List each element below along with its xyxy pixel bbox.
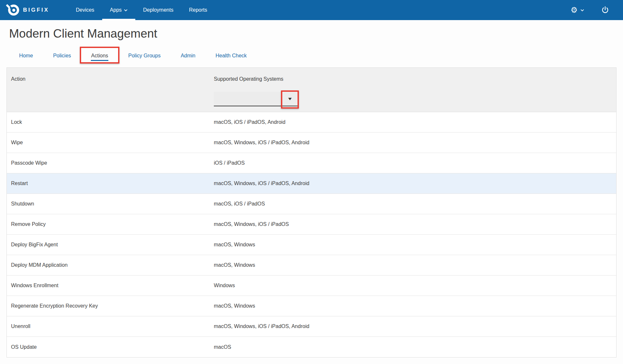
action-cell: Lock <box>7 119 214 125</box>
nav-right: ⚙ <box>570 0 614 20</box>
table-header: Action Supported Operating Systems ▼ <box>7 68 616 112</box>
os-cell: macOS, iOS / iPadOS <box>214 201 616 207</box>
os-cell: macOS, Windows, iOS / iPadOS, Android <box>214 323 616 329</box>
actions-table: Action Supported Operating Systems ▼ Loc… <box>6 67 617 358</box>
nav-item-label: Deployments <box>143 7 173 13</box>
os-cell: macOS <box>214 344 616 350</box>
tab-label: Home <box>19 53 33 58</box>
action-cell: Remove Policy <box>7 221 214 227</box>
table-row[interactable]: Deploy MDM Application macOS, Windows <box>7 255 616 276</box>
nav-item-reports[interactable]: Reports <box>181 0 215 20</box>
table-row[interactable]: Wipe macOS, Windows, iOS / iPadOS, Andro… <box>7 133 616 153</box>
os-cell: macOS, Windows, iOS / iPadOS, Android <box>214 140 616 146</box>
nav-item-deployments[interactable]: Deployments <box>135 0 181 20</box>
table-row[interactable]: Passcode Wipe iOS / iPadOS <box>7 153 616 173</box>
chevron-down-icon <box>580 9 584 11</box>
action-cell: Wipe <box>7 140 214 146</box>
os-cell: macOS, Windows, iOS / iPadOS, Android <box>214 181 616 186</box>
table-row[interactable]: Windows Enrollment Windows <box>7 276 616 296</box>
tab-admin[interactable]: Admin <box>171 49 205 64</box>
table-row[interactable]: Remove Policy macOS, Windows, iOS / iPad… <box>7 214 616 235</box>
tab-label: Policies <box>53 53 71 58</box>
os-filter-select[interactable]: ▼ <box>214 92 298 106</box>
tab-health-check[interactable]: Health Check <box>205 49 257 64</box>
brand[interactable]: BIGFIX <box>8 0 49 20</box>
table-row[interactable]: Restart macOS, Windows, iOS / iPadOS, An… <box>7 173 616 194</box>
table-body: Lock macOS, iOS / iPadOS, Android Wipe m… <box>7 112 616 357</box>
table-row[interactable]: Regenerate Encryption Recovery Key macOS… <box>7 296 616 316</box>
tab-label: Health Check <box>215 53 247 58</box>
primary-nav: Devices Apps Deployments Reports <box>68 0 215 20</box>
os-cell: macOS, iOS / iPadOS, Android <box>214 119 616 125</box>
table-row[interactable]: Lock macOS, iOS / iPadOS, Android <box>7 112 616 133</box>
nav-item-label: Devices <box>76 7 94 13</box>
page-title: Modern Client Management <box>9 27 617 41</box>
tab-actions[interactable]: Actions <box>81 49 118 64</box>
action-cell: Deploy BigFix Agent <box>7 242 214 248</box>
tab-label: Policy Groups <box>128 53 161 58</box>
annotation-box-dropdown: ▼ <box>281 90 299 109</box>
top-nav: BIGFIX Devices Apps Deployments Reports … <box>0 0 623 20</box>
logout-button[interactable] <box>601 6 609 14</box>
tab-active-underline <box>91 60 108 61</box>
action-cell: Restart <box>7 181 214 186</box>
action-cell: Deploy MDM Application <box>7 262 214 268</box>
brand-text: BIGFIX <box>23 7 49 13</box>
action-cell: OS Update <box>7 344 214 350</box>
table-row[interactable]: Unenroll macOS, Windows, iOS / iPadOS, A… <box>7 316 616 337</box>
gear-icon: ⚙ <box>570 6 578 14</box>
nav-item-label: Apps <box>110 7 122 13</box>
table-row[interactable]: OS Update macOS <box>7 337 616 357</box>
action-cell: Unenroll <box>7 323 214 329</box>
nav-item-label: Reports <box>189 7 207 13</box>
action-cell: Regenerate Encryption Recovery Key <box>7 303 214 309</box>
nav-item-devices[interactable]: Devices <box>68 0 102 20</box>
nav-item-apps[interactable]: Apps <box>102 0 135 20</box>
os-cell: macOS, Windows <box>214 242 616 248</box>
table-row[interactable]: Deploy BigFix Agent macOS, Windows <box>7 235 616 255</box>
chevron-down-icon <box>124 9 128 11</box>
settings-menu-button[interactable]: ⚙ <box>570 6 584 14</box>
caret-down-icon[interactable]: ▼ <box>288 98 292 101</box>
tab-policies[interactable]: Policies <box>43 49 81 64</box>
tab-label: Actions <box>91 53 108 58</box>
power-icon <box>601 6 609 14</box>
bigfix-logo-icon <box>8 5 19 16</box>
action-cell: Shutdown <box>7 201 214 207</box>
tab-policy-groups[interactable]: Policy Groups <box>118 49 171 64</box>
action-cell: Passcode Wipe <box>7 160 214 166</box>
table-row[interactable]: Shutdown macOS, iOS / iPadOS <box>7 194 616 214</box>
tab-bar: Home Policies Actions Policy Groups Admi… <box>6 49 617 64</box>
column-header-os: Supported Operating Systems ▼ <box>214 68 616 112</box>
column-header-action: Action <box>7 68 214 112</box>
action-cell: Windows Enrollment <box>7 283 214 288</box>
os-cell: macOS, Windows, iOS / iPadOS <box>214 221 616 227</box>
os-cell: macOS, Windows <box>214 262 616 268</box>
tab-label: Admin <box>181 53 195 58</box>
os-cell: macOS, Windows <box>214 303 616 309</box>
os-cell: iOS / iPadOS <box>214 160 616 166</box>
column-header-os-label: Supported Operating Systems <box>214 76 616 82</box>
tab-home[interactable]: Home <box>9 49 43 64</box>
os-cell: Windows <box>214 283 616 288</box>
page-content: Modern Client Management Home Policies A… <box>0 27 623 358</box>
